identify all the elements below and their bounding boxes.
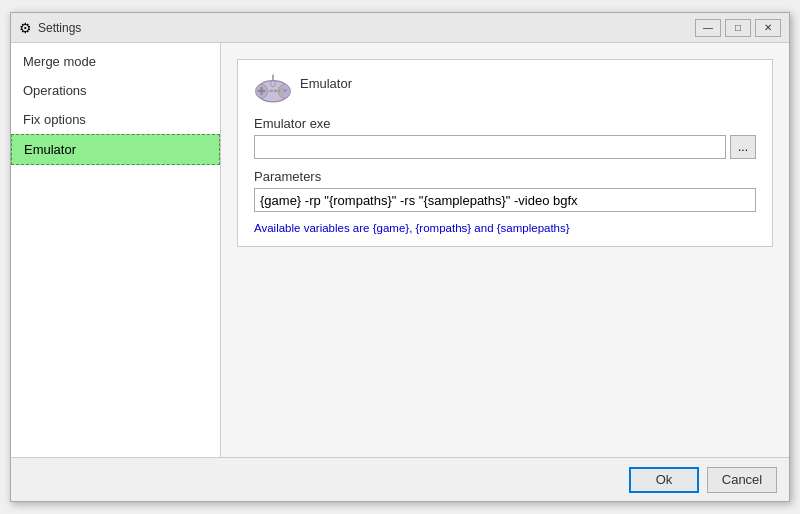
cancel-button[interactable]: Cancel [707,467,777,493]
minimize-button[interactable]: — [695,19,721,37]
parameters-group: Parameters [254,169,756,212]
parameters-label: Parameters [254,169,756,184]
svg-point-8 [278,89,281,92]
svg-rect-9 [269,90,273,92]
section-title: Emulator [300,76,352,91]
browse-button[interactable]: ... [730,135,756,159]
window-title: Settings [38,21,81,35]
emulator-exe-label: Emulator exe [254,116,756,131]
hint-text: Available variables are {game}, {rompath… [254,222,756,234]
sidebar-item-label: Fix options [23,112,86,127]
sidebar-item-merge-mode[interactable]: Merge mode [11,47,220,76]
settings-icon: ⚙ [19,20,32,36]
title-bar-controls: — □ ✕ [695,19,781,37]
sidebar-item-fix-options[interactable]: Fix options [11,105,220,134]
title-bar-left: ⚙ Settings [19,20,81,36]
main-content: Emulator Emulator exe ... Parameters Av [221,43,789,457]
emulator-header: Emulator [254,72,756,106]
parameters-input[interactable] [254,188,756,212]
ok-button[interactable]: Ok [629,467,699,493]
sidebar-item-label: Emulator [24,142,76,157]
emulator-exe-input[interactable] [254,135,726,159]
gamepad-icon [254,72,292,106]
sidebar-item-emulator[interactable]: Emulator [11,134,220,165]
settings-window: ⚙ Settings — □ ✕ Merge mode Operations F… [10,12,790,502]
title-bar: ⚙ Settings — □ ✕ [11,13,789,43]
window-body: Merge mode Operations Fix options Emulat… [11,43,789,457]
sidebar-item-label: Merge mode [23,54,96,69]
svg-rect-10 [274,90,278,92]
svg-rect-4 [260,87,262,95]
svg-point-7 [281,91,284,94]
close-button[interactable]: ✕ [755,19,781,37]
sidebar: Merge mode Operations Fix options Emulat… [11,43,221,457]
window-footer: Ok Cancel [11,457,789,501]
maximize-button[interactable]: □ [725,19,751,37]
sidebar-item-operations[interactable]: Operations [11,76,220,105]
emulator-section: Emulator Emulator exe ... Parameters Av [237,59,773,247]
emulator-exe-group: Emulator exe ... [254,116,756,159]
svg-point-5 [281,87,284,90]
svg-point-11 [271,81,276,87]
svg-point-6 [284,89,287,92]
sidebar-item-label: Operations [23,83,87,98]
emulator-exe-row: ... [254,135,756,159]
